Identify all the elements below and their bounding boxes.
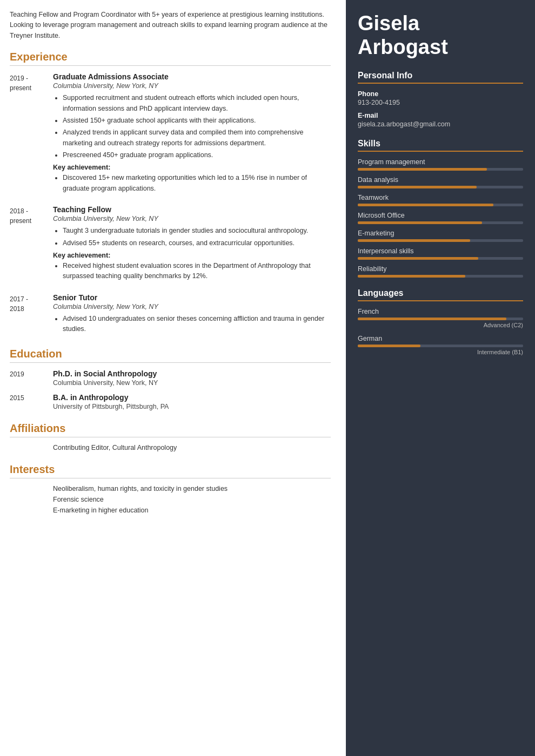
right-column: Gisela Arbogast Personal Info Phone 913-…	[346, 0, 535, 756]
affiliations-section: Affiliations Contributing Editor, Cultur…	[10, 422, 331, 451]
exp-bullet-0-0: Supported recruitment and student outrea…	[63, 93, 331, 114]
exp-bullets-0: Supported recruitment and student outrea…	[53, 93, 331, 160]
phone-value: 913-200-4195	[358, 99, 523, 106]
email-label: E-mail	[358, 112, 523, 119]
interest-spacer-2	[10, 507, 53, 514]
skill-bar-bg-2	[358, 204, 523, 206]
email-value: gisela.za.arbogast@gmail.com	[358, 120, 523, 128]
personal-info-title: Personal Info	[358, 71, 523, 84]
lang-item-1: German Intermediate (B1)	[358, 335, 523, 355]
exp-org-1: Columbia University, New York, NY	[53, 215, 331, 222]
exp-bullet-0-3: Prescreened 450+ graduate program applic…	[63, 150, 331, 160]
exp-achievement-bullets-0: Discovered 15+ new marketing opportuniti…	[53, 173, 331, 194]
skill-bar-bg-0	[358, 168, 523, 171]
skill-bar-bg-1	[358, 186, 523, 188]
lang-bar-fill-0	[358, 318, 506, 320]
skill-bar-fill-3	[358, 221, 482, 224]
affil-entry-0: Contributing Editor, Cultural Anthropolo…	[10, 444, 331, 451]
edu-content-1: B.A. in Anthropology University of Pitts…	[53, 393, 331, 410]
edu-entry-1: 2015 B.A. in Anthropology University of …	[10, 393, 331, 410]
exp-bullets-1: Taught 3 undergraduate tutorials in gend…	[53, 226, 331, 248]
skill-bar-bg-5	[358, 257, 523, 260]
interest-text-2: E-marketing in higher education	[53, 507, 149, 514]
skill-bar-bg-6	[358, 275, 523, 278]
edu-date-0: 2019	[10, 369, 53, 387]
skill-item-6: Reliability	[358, 265, 523, 278]
interest-text-1: Forensic science	[53, 496, 104, 503]
affil-text-0: Contributing Editor, Cultural Anthropolo…	[53, 444, 177, 451]
skill-name-5: Interpersonal skills	[358, 247, 523, 255]
education-title: Education	[10, 348, 331, 363]
skill-item-5: Interpersonal skills	[358, 247, 523, 260]
skill-bar-fill-6	[358, 275, 465, 278]
exp-title-1: Teaching Fellow	[53, 205, 331, 214]
skill-name-2: Teamwork	[358, 194, 523, 201]
exp-bullet-0-2: Analyzed trends in applicant survey data…	[63, 127, 331, 148]
exp-bullet-2-0: Advised 10 undergraduates on senior thes…	[63, 314, 331, 335]
exp-title-0: Graduate Admissions Associate	[53, 72, 331, 81]
interest-spacer-1	[10, 496, 53, 503]
exp-date-2: 2017 -2018	[10, 293, 53, 336]
skill-item-2: Teamwork	[358, 194, 523, 206]
interests-section: Interests Neoliberalism, human rights, a…	[10, 463, 331, 514]
skill-item-1: Data analysis	[358, 176, 523, 188]
full-name: Gisela Arbogast	[358, 12, 523, 59]
exp-bullet-1-1: Advised 55+ students on research, course…	[63, 238, 331, 248]
edu-content-0: Ph.D. in Social Anthropology Columbia Un…	[53, 369, 331, 387]
exp-content-2: Senior Tutor Columbia University, New Yo…	[53, 293, 331, 336]
skill-item-0: Program management	[358, 158, 523, 171]
skill-name-4: E-marketing	[358, 230, 523, 237]
lang-name-0: French	[358, 308, 523, 315]
interest-entry-1: Forensic science	[10, 496, 331, 503]
skills-title: Skills	[358, 139, 523, 152]
interest-entry-2: E-marketing in higher education	[10, 507, 331, 514]
skill-name-0: Program management	[358, 158, 523, 166]
experience-section: Experience 2019 -present Graduate Admiss…	[10, 51, 331, 336]
exp-content-1: Teaching Fellow Columbia University, New…	[53, 205, 331, 284]
exp-org-0: Columbia University, New York, NY	[53, 82, 331, 90]
skill-item-3: Microsoft Office	[358, 212, 523, 224]
lang-bar-fill-1	[358, 345, 420, 347]
skills-section: Skills Program management Data analysis …	[358, 139, 523, 278]
skill-name-1: Data analysis	[358, 176, 523, 184]
first-name: Gisela	[358, 12, 419, 35]
exp-org-2: Columbia University, New York, NY	[53, 303, 331, 310]
exp-entry-0: 2019 -present Graduate Admissions Associ…	[10, 72, 331, 195]
exp-entry-1: 2018 -present Teaching Fellow Columbia U…	[10, 205, 331, 284]
edu-entry-0: 2019 Ph.D. in Social Anthropology Columb…	[10, 369, 331, 387]
experience-title: Experience	[10, 51, 331, 66]
affil-spacer-0	[10, 444, 53, 451]
edu-title-0: Ph.D. in Social Anthropology	[53, 369, 331, 378]
edu-org-1: University of Pittsburgh, Pittsburgh, PA	[53, 403, 331, 410]
edu-date-1: 2015	[10, 393, 53, 410]
skill-name-3: Microsoft Office	[358, 212, 523, 219]
languages-title: Languages	[358, 288, 523, 301]
education-section: Education 2019 Ph.D. in Social Anthropol…	[10, 348, 331, 410]
edu-title-1: B.A. in Anthropology	[53, 393, 331, 402]
key-achievement-label-1: Key achievement:	[53, 252, 331, 259]
left-column: Teaching Fellow and Program Coordinator …	[0, 0, 346, 756]
interest-entry-0: Neoliberalism, human rights, and toxicit…	[10, 485, 331, 492]
last-name: Arbogast	[358, 36, 448, 58]
lang-bar-bg-0	[358, 318, 523, 320]
skill-item-4: E-marketing	[358, 230, 523, 242]
interest-spacer-0	[10, 485, 53, 492]
skill-bar-fill-0	[358, 168, 487, 171]
skill-bar-bg-3	[358, 221, 523, 224]
skill-bar-fill-4	[358, 239, 470, 242]
languages-section: Languages French Advanced (C2) German In…	[358, 288, 523, 355]
exp-title-2: Senior Tutor	[53, 293, 331, 302]
exp-entry-2: 2017 -2018 Senior Tutor Columbia Univers…	[10, 293, 331, 336]
summary-text: Teaching Fellow and Program Coordinator …	[10, 10, 331, 41]
lang-level-1: Intermediate (B1)	[358, 349, 523, 355]
exp-date-0: 2019 -present	[10, 72, 53, 195]
name-block: Gisela Arbogast	[358, 12, 523, 59]
exp-bullets-2: Advised 10 undergraduates on senior thes…	[53, 314, 331, 335]
skill-bar-bg-4	[358, 239, 523, 242]
edu-org-0: Columbia University, New York, NY	[53, 379, 331, 387]
skill-bar-fill-2	[358, 204, 493, 206]
affiliations-title: Affiliations	[10, 422, 331, 437]
exp-achievement-1-0: Received highest student evaluation scor…	[63, 261, 331, 282]
exp-achievement-0-0: Discovered 15+ new marketing opportuniti…	[63, 173, 331, 194]
exp-content-0: Graduate Admissions Associate Columbia U…	[53, 72, 331, 195]
